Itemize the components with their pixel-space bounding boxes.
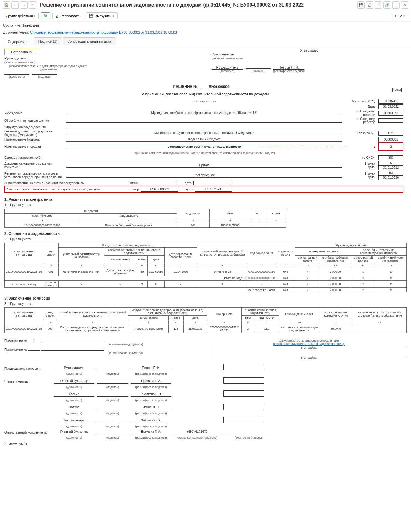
page-title: Решение о признании сомнительной задолже…	[40, 2, 356, 8]
print-icon[interactable]: 🖨	[366, 1, 373, 9]
unit-label: Единица измерения: руб.	[4, 156, 64, 159]
att-label: Приложение №	[4, 339, 27, 343]
pos-label-2: (должность)	[212, 70, 243, 73]
print-button[interactable]: 🖨 Распечатать	[52, 13, 84, 19]
home-button[interactable]: 🏠	[3, 1, 10, 9]
budget-label: Наименование бюджета	[4, 138, 64, 141]
save-icon[interactable]: 💾	[357, 1, 365, 9]
decision-label: РЕШЕНИЕ №	[173, 85, 197, 89]
approved-label: Утверждаю	[300, 49, 318, 52]
svod-code: 00103071	[378, 111, 403, 116]
more-button[interactable]: Еще	[392, 13, 408, 19]
exec-label: Ответственный исполнитель:	[4, 431, 51, 434]
org-value: Муниципальное бюджетное образовательное …	[66, 111, 342, 115]
admin-value: Министерство науки и высшего образования…	[66, 131, 342, 135]
tabs: Содержимое Подписи (1) Сопроводительная …	[0, 37, 411, 45]
main-toolbar: 🏠 ← → ☆ Решение о признании сомнительной…	[0, 0, 411, 10]
date-line: от 31 марта 2022 г.	[66, 100, 342, 103]
chair-label: Председатель комиссии:	[4, 367, 51, 370]
phone-label: (номер контактного телефона)	[174, 436, 221, 439]
chair-pos: Руководитель	[54, 366, 94, 370]
bk-label: Глава по БК	[345, 132, 376, 135]
att-file-link[interactable]: восстановления сомнительной задолженност…	[212, 342, 407, 346]
print-label: Распечатать	[60, 14, 80, 18]
date-text: дата	[179, 181, 191, 185]
decision-subtitle: о признании (восстановлении) сомнительно…	[142, 92, 269, 96]
doc-link[interactable]: Списание, восстановление задолженности п…	[30, 30, 177, 34]
bk-code: 075	[378, 131, 403, 136]
status-label: Состояние:	[3, 23, 21, 27]
tab-signatures[interactable]: Подписи (1)	[34, 37, 62, 45]
tab-memo[interactable]: Сопроводительная записка	[63, 37, 116, 45]
basis-date: 31.01.2012	[378, 165, 403, 170]
content-pane: Согласовано Руководитель (уполномоченное…	[0, 45, 411, 532]
report-icon[interactable]: 📄	[375, 1, 382, 9]
other-actions-button[interactable]: Другие действия	[3, 13, 39, 19]
section3-sub: 3.1 Группа учета	[4, 302, 407, 306]
inv-date	[193, 181, 231, 185]
head-note: (уполномоченное лицо)	[4, 61, 35, 64]
local-num: 456	[378, 171, 403, 175]
op-label: Наименование операции	[4, 145, 64, 148]
doc-label: Документ учета:	[3, 30, 29, 34]
att-file-label-2: (имя файла)	[212, 356, 407, 359]
basis-label: Документ-основание о создании комиссии	[4, 162, 64, 169]
inv-label: Инвентаризационная опись расчетов по пос…	[4, 181, 120, 185]
table-row: 10100000000004602123456001Поступление дн…	[5, 325, 407, 333]
link-icon[interactable]: 🔗	[383, 1, 391, 9]
members-label: Члены комиссии:	[4, 380, 51, 384]
table-row: 1010000000000460212345600165454686854686…	[5, 268, 407, 276]
pos-label: (должность)	[4, 75, 29, 78]
admin-label: Главный администратор доходов бюджета (У…	[4, 130, 64, 137]
okei-code: 383	[378, 155, 403, 160]
section3-header: 3. Заключение комиссии	[4, 296, 407, 301]
export-button[interactable]: 💾 Выгрузить	[86, 12, 118, 19]
kebab-icon[interactable]: ⋮	[392, 1, 400, 9]
att-file-label: (имя файла)	[212, 346, 407, 349]
back-button[interactable]: ←	[11, 1, 19, 9]
table-row: 10100000000004602123456Васильев Анатолий…	[5, 223, 286, 228]
export-label: Выгрузить	[95, 14, 111, 18]
budget-value: Федеральный бюджет	[66, 137, 342, 142]
section2-sub: 2.1 Группа учета	[4, 237, 407, 241]
svod-label: по Сводному реестру	[345, 110, 376, 116]
action-bar: Другие действия ↻ 🖨 Распечатать 💾 Выгруз…	[0, 10, 411, 22]
op-code: 2	[378, 142, 403, 151]
okud-label: Форма по ОКУД	[345, 100, 376, 103]
decision-number: БУ00-000002	[200, 85, 238, 89]
decode-label: (расшифровка подписи)	[273, 70, 305, 73]
appr-name: Петров П. И.	[273, 65, 304, 70]
att-docname-label: (наименование документа)	[51, 343, 199, 346]
op-note: (признание сомнительной задолженности - …	[66, 152, 342, 155]
appr-position: Руководитель	[212, 65, 243, 70]
section2-header: 2. Сведения о задолженности	[4, 231, 407, 236]
codes-header: КОДЫ	[392, 88, 402, 92]
forward-button[interactable]: →	[20, 1, 28, 9]
dec-label: Решение о признании сомнительной задолже…	[6, 188, 121, 191]
okud-code: 0510445	[378, 99, 403, 104]
arrow-icon: ▸	[345, 145, 376, 149]
close-button[interactable]: ✕	[401, 1, 408, 9]
exec-phone: (495) 4171478	[174, 430, 221, 434]
dec-date: 31.03.2021	[195, 187, 232, 192]
basis-num: 5	[378, 161, 403, 165]
chair-name: Петров П. И.	[131, 366, 171, 370]
num-text-2: номер	[123, 188, 139, 191]
tab-content[interactable]: Содержимое	[3, 38, 33, 45]
obos-label: Обособленное подразделение	[4, 119, 64, 122]
att-num1: 1	[28, 339, 40, 343]
local-date: 01.01.2020	[378, 175, 403, 180]
struct-label: Структурное подразделение	[4, 125, 64, 129]
svod2-label: по Сводному реестру	[345, 117, 376, 124]
document-row: Документ учета: Списание, восстановление…	[0, 29, 411, 35]
att-docname-label-2: (наименование документа)	[51, 351, 199, 354]
head-label-2: Руководитель	[212, 52, 234, 56]
table-commission: Идентификатор контрагентаКод строки Случ…	[4, 307, 407, 333]
refresh-button[interactable]: ↻	[41, 12, 50, 19]
basis-value: Приказ	[66, 163, 342, 168]
date-code: 31.03.2022	[378, 104, 403, 109]
star-button[interactable]: ☆	[29, 1, 36, 9]
head-note-2: (уполномоченное лицо)	[212, 57, 243, 60]
att-label-2: Приложение №	[4, 348, 27, 351]
budget-code: 00000001	[378, 137, 403, 142]
